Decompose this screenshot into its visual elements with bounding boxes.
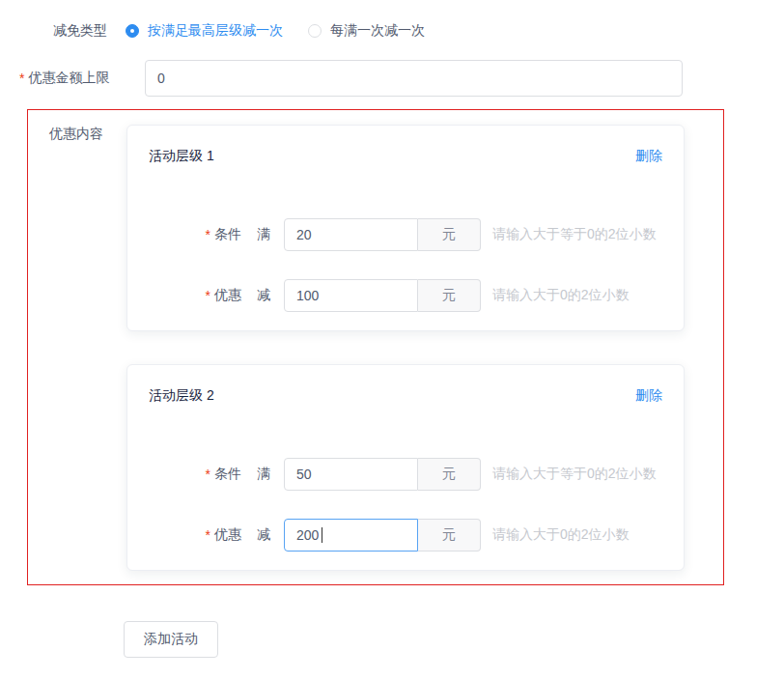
text-caret <box>322 527 322 543</box>
tier-1-discount-label: 优惠 <box>214 287 241 304</box>
tier-2-condition-input[interactable] <box>284 458 418 491</box>
tier-1-discount-prefix: 减 <box>257 287 270 304</box>
tier-2-discount-input-focused[interactable] <box>284 519 418 552</box>
discount-limit-label: 优惠金额上限 <box>28 70 109 87</box>
tier-1-condition-input[interactable] <box>284 218 418 251</box>
tier-1-discount-hint: 请输入大于0的2位小数 <box>492 287 630 304</box>
tier-1-discount-input[interactable] <box>284 279 418 312</box>
tier-2-condition-label-wrap: * 条件 <box>149 466 241 483</box>
tier-1-condition-label: 条件 <box>214 226 241 243</box>
unit-suffix: 元 <box>418 519 481 552</box>
tier-2-discount-label-wrap: * 优惠 <box>149 526 241 544</box>
radio-unselected-icon <box>308 24 322 38</box>
tier-2-discount-hint: 请输入大于0的2位小数 <box>492 526 630 544</box>
tier-2-condition-row: * 条件 满 元 请输入大于等于0的2位小数 <box>149 458 662 491</box>
radio-highest-tier-once[interactable]: 按满足最高层级减一次 <box>126 22 283 40</box>
discount-limit-row: * 优惠金额上限 <box>19 60 683 97</box>
tier-cards: 活动层级 1 删除 * 条件 满 元 请输入大于等于0的2位小数 <box>126 125 685 571</box>
tier-2-condition-hint: 请输入大于等于0的2位小数 <box>492 466 657 483</box>
add-activity-button[interactable]: 添加活动 <box>124 621 218 658</box>
tier-1-title: 活动层级 1 <box>149 148 214 165</box>
tier-1-condition-label-wrap: * 条件 <box>149 226 241 243</box>
required-asterisk: * <box>206 467 210 482</box>
tier-card-2: 活动层级 2 删除 * 条件 满 元 请输入大于等于0的2位小数 <box>126 364 685 571</box>
radio-each-time-once-label: 每满一次减一次 <box>330 22 425 40</box>
required-asterisk: * <box>206 527 210 543</box>
radio-each-time-once[interactable]: 每满一次减一次 <box>308 22 425 40</box>
radio-selected-icon <box>126 24 139 38</box>
tier-2-condition-input-group: 元 <box>284 458 481 491</box>
tier-1-delete-button[interactable]: 删除 <box>635 148 662 165</box>
tier-1-condition-hint: 请输入大于等于0的2位小数 <box>492 226 657 243</box>
unit-suffix: 元 <box>418 218 481 251</box>
discount-content-section: 优惠内容 活动层级 1 删除 * 条件 满 元 <box>27 109 724 585</box>
tier-2-title: 活动层级 2 <box>149 387 214 405</box>
tier-2-discount-input-group: 元 <box>284 519 481 552</box>
promotion-form-page: 减免类型 按满足最高层级减一次 每满一次减一次 * 优惠金额上限 优惠内容 活动… <box>0 0 784 679</box>
unit-suffix: 元 <box>418 458 481 491</box>
discount-limit-input[interactable] <box>145 60 683 97</box>
tier-2-discount-label: 优惠 <box>214 526 241 544</box>
tier-2-delete-button[interactable]: 删除 <box>635 387 662 405</box>
tier-1-condition-input-group: 元 <box>284 218 481 251</box>
reduction-type-label: 减免类型 <box>53 22 107 40</box>
tier-2-condition-label: 条件 <box>214 466 241 483</box>
required-asterisk: * <box>19 71 24 86</box>
tier-1-condition-prefix: 满 <box>257 226 270 243</box>
tier-card-1: 活动层级 1 删除 * 条件 满 元 请输入大于等于0的2位小数 <box>126 125 685 331</box>
tier-2-discount-prefix: 减 <box>257 526 270 544</box>
tier-1-discount-row: * 优惠 减 元 请输入大于0的2位小数 <box>149 279 662 312</box>
discount-content-label: 优惠内容 <box>49 126 103 143</box>
tier-1-discount-label-wrap: * 优惠 <box>149 287 241 304</box>
tier-2-discount-row: * 优惠 减 元 请输入大于0的2位小数 <box>149 519 662 552</box>
unit-suffix: 元 <box>418 279 481 312</box>
tier-1-header: 活动层级 1 删除 <box>149 147 662 166</box>
tier-2-header: 活动层级 2 删除 <box>149 386 662 406</box>
required-asterisk: * <box>206 227 210 242</box>
radio-highest-tier-once-label: 按满足最高层级减一次 <box>148 22 283 40</box>
discount-limit-label-wrap: * 优惠金额上限 <box>19 70 137 87</box>
tier-1-condition-row: * 条件 满 元 请输入大于等于0的2位小数 <box>149 218 662 251</box>
tier-1-discount-input-group: 元 <box>284 279 481 312</box>
required-asterisk: * <box>206 288 210 303</box>
reduction-type-row: 减免类型 按满足最高层级减一次 每满一次减一次 <box>53 21 425 41</box>
tier-2-condition-prefix: 满 <box>257 466 270 483</box>
